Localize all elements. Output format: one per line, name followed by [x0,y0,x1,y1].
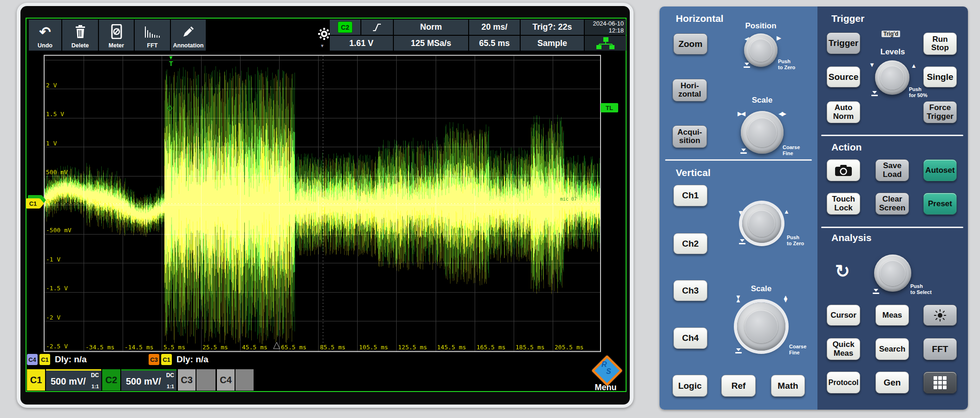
acquisition-mode-cell[interactable]: Sample [521,36,584,51]
waveform-annotation: mic 07 [560,196,577,202]
gear-dropdown-arrow[interactable]: ▾ [321,43,324,49]
trigger-button[interactable]: Trigger [827,33,860,54]
trigger-heading: Trigger [831,13,864,24]
force-trigger-button[interactable]: Force Trigger [923,101,957,123]
apps-grid-icon [933,376,947,390]
vertical-scale-knob[interactable] [737,302,785,351]
horizontal-scale-knob[interactable] [741,111,784,154]
ch4-button[interactable]: Ch4 [673,327,707,349]
meas-button[interactable]: Meas [875,305,909,326]
settings-gear-icon[interactable] [317,27,331,43]
vertical-position-knob[interactable] [742,204,781,243]
trigger-source-cell[interactable]: C2 [330,20,360,35]
push-to-zero-caption: Push to Zero [787,235,804,246]
delete-button[interactable]: Delete [62,20,98,51]
logic-button[interactable]: Logic [673,375,707,397]
analysis-navigation-knob[interactable] [874,255,911,292]
front-panel: Horizontal Zoom Hori- zontal Acqui- siti… [660,7,968,410]
touch-lock-button[interactable]: Touch Lock [827,193,860,215]
x-axis-label: 85.5 ms [320,344,346,351]
trigger-levels-knob[interactable] [875,60,909,95]
ref-button[interactable]: Ref [721,375,756,397]
horizontal-button[interactable]: Hori- zontal [673,79,707,101]
ch2-button[interactable]: Ch2 [673,233,707,254]
push-icon [872,289,880,295]
push-icon [743,63,751,69]
tab-channel4[interactable] [235,369,254,391]
run-stop-button[interactable]: Run Stop [923,33,957,55]
tab-channel3-label[interactable]: C3 [178,369,196,391]
fft-button[interactable]: FFT [135,20,170,51]
auto-norm-button[interactable]: Auto Norm [827,101,860,123]
pencil-icon [171,23,206,40]
tab-channel2-label[interactable]: C2 [102,369,120,391]
horizontal-position-cell[interactable]: 65.5 ms [469,36,520,51]
trigger-mode-cell[interactable]: Norm [394,20,468,35]
gen-button[interactable]: Gen [875,372,909,393]
apps-button[interactable] [923,372,957,393]
math-button[interactable]: Math [771,375,805,397]
lan-icon [596,37,615,49]
trigger-slope-cell[interactable] [361,20,393,35]
horizontal-scale-label: Scale [734,96,790,105]
sample-rate-cell[interactable]: 125 MSa/s [394,36,468,51]
delay-value: Dly: n/a [55,354,87,365]
down-arrow-icon: ▼ [738,209,744,216]
waveform-display[interactable]: 2 V 1.5 V 1 V 500 mV 0 V -500 mV -1 V -1… [44,55,601,352]
single-button[interactable]: Single [923,66,957,87]
protocol-button[interactable]: Protocol [827,372,860,393]
tab-channel2[interactable]: 500 mV/ DC 1:1 [121,369,176,391]
x-axis-label: 5.5 ms [163,344,185,351]
tab-channel4-label[interactable]: C4 [217,369,235,391]
push-to-zero-caption: Push to Zero [778,59,795,70]
annotation-button[interactable]: Annotation [171,20,206,51]
ch1-button[interactable]: Ch1 [673,185,707,206]
search-button[interactable]: Search [875,338,909,360]
compress-arrows-icon: ▶◀ [738,111,744,117]
vertical-heading: Vertical [676,167,711,178]
x-axis-label: 105.5 ms [359,344,388,351]
trigger-level-badge[interactable]: TL [601,103,618,112]
tab-channel1-label[interactable]: C1 [27,369,45,391]
timebase-cell[interactable]: 20 ms/ [469,20,520,35]
menu-button[interactable]: Menu [588,383,623,392]
autoset-button[interactable]: Autoset [923,159,957,181]
x-axis-label: 185.5 ms [516,344,545,351]
tab-channel3[interactable] [196,369,216,391]
trigger-position-marker[interactable]: T [169,60,173,67]
up-arrow-icon: ▲ [911,63,917,69]
waveform-canvas[interactable] [45,56,600,351]
rising-edge-icon [371,22,383,33]
delay-reference-icon[interactable]: △ [273,339,280,350]
source-button[interactable]: Source [827,66,860,87]
c1-badge: C1 [161,354,172,365]
trigger-source-badge: C2 [338,21,353,33]
clear-screen-button[interactable]: Clear Screen [875,193,909,215]
trigger-level-diamond-icon[interactable]: ◇ [167,104,173,111]
tab-channel1[interactable]: 500 mV/ DC 1:1 [46,369,101,391]
fft-panel-button[interactable]: FFT [923,338,957,360]
zoom-button[interactable]: Zoom [673,33,707,54]
preset-button[interactable]: Preset [923,193,957,215]
screenshot-button[interactable] [827,159,860,181]
intensity-button[interactable] [923,305,957,326]
x-axis-label: 25.5 ms [203,344,228,351]
horizontal-position-knob[interactable] [744,33,777,67]
ch3-button[interactable]: Ch3 [673,280,707,301]
cursor-button[interactable]: Cursor [827,305,860,326]
meter-icon [99,23,134,40]
trigger-status-cell[interactable]: Trig?: 22s [521,20,584,35]
acquisition-button[interactable]: Acqui- sition [673,125,707,148]
undo-button[interactable]: ↶ Undo [29,20,61,51]
channel1-offset-marker[interactable]: C1 [26,198,40,209]
c3-badge: C3 [149,354,159,365]
x-axis-label: 65.5 ms [281,344,307,351]
quick-meas-button[interactable]: Quick Meas [827,338,860,360]
x-axis-label: -14.5 ms [124,344,154,351]
trigger-level-cell[interactable]: 1.61 V [330,36,393,51]
y-axis-label: -1 V [46,256,60,263]
intensity-icon [934,309,947,322]
save-load-button[interactable]: Save Load [875,159,909,181]
right-arrow-icon: ▶ [777,35,781,41]
meter-button[interactable]: Meter [99,20,134,51]
